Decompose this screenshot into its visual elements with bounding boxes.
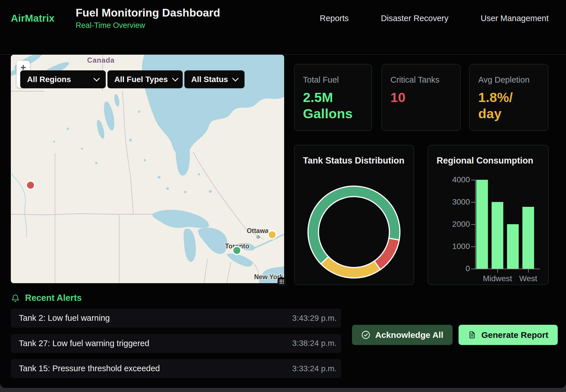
resize-grip[interactable]: [278, 277, 286, 286]
alert-timestamp: 3:33:24 p.m.: [292, 364, 337, 373]
x-axis-line: [473, 269, 540, 269]
alert-row[interactable]: Tank 27: Low fuel warning triggered3:38:…: [11, 334, 341, 353]
main-nav: ReportsDisaster RecoveryUser Management: [320, 14, 549, 23]
filter-dropdown-value: All Fuel Types: [114, 75, 168, 84]
filter-dropdown-value: All Regions: [27, 75, 71, 84]
nav-item-disaster-recovery[interactable]: Disaster Recovery: [381, 14, 449, 23]
y-tick-label: 1000: [439, 242, 470, 251]
stat-label: Avg Depletion: [478, 75, 539, 85]
alert-timestamp: 3:38:24 p.m.: [292, 339, 337, 348]
chevron-down-icon: [93, 75, 100, 82]
stat-value: 1.8%/ day: [478, 89, 539, 122]
alert-message: Tank 27: Low fuel warning triggered: [19, 339, 149, 348]
consumption-bar-West[interactable]: [522, 207, 534, 269]
filter-dropdown-all-fuel-types[interactable]: All Fuel Types: [107, 70, 183, 88]
stat-label: Critical Tanks: [390, 75, 452, 85]
dashboard-app: AirMatrix Fuel Monitoring Dashboard Real…: [0, 0, 566, 388]
y-tick-label: 2000: [439, 220, 470, 229]
y-tick-mark: [471, 180, 475, 180]
page-title: Fuel Monitoring Dashboard: [76, 7, 220, 19]
consumption-bar-region-3[interactable]: [507, 224, 519, 269]
y-tick-label: 0: [439, 264, 470, 273]
stat-card-avg-depletion: Avg Depletion1.8%/ day: [469, 64, 548, 131]
nav-item-user-management[interactable]: User Management: [481, 14, 549, 23]
acknowledge-all-button[interactable]: Acknowledge All: [352, 325, 453, 345]
regional-consumption-card: Regional Consumption 01000200030004000Mi…: [428, 145, 549, 285]
stat-card-total-fuel: Total Fuel2.5M Gallons: [294, 64, 372, 131]
bell-icon: [11, 294, 19, 302]
consumption-bar-Midwest[interactable]: [492, 202, 503, 269]
map-label-country: Canada: [87, 56, 115, 64]
consumption-bar-region-1[interactable]: [476, 180, 488, 269]
y-tick-label: 4000: [439, 175, 470, 184]
y-axis-line: [475, 180, 476, 269]
stat-label: Total Fuel: [303, 75, 363, 85]
tank-marker-warning[interactable]: [268, 231, 276, 239]
chevron-down-icon: [232, 75, 239, 82]
regional-consumption-title: Regional Consumption: [437, 156, 533, 166]
donut-segment-yellow[interactable]: [321, 257, 380, 278]
x-tick-label: West: [504, 274, 553, 283]
alerts-header: Recent Alerts: [11, 293, 82, 303]
stat-value: 10: [390, 89, 452, 105]
alerts-title: Recent Alerts: [25, 293, 82, 303]
y-tick-mark: [471, 224, 475, 225]
x-tick-mark: [528, 269, 529, 273]
chevron-down-icon: [172, 75, 178, 82]
nav-item-reports[interactable]: Reports: [320, 14, 349, 23]
fuel-map[interactable]: Canada OttawaTorontoNew York + − All Reg…: [11, 55, 284, 283]
y-tick-mark: [471, 269, 475, 269]
y-tick-mark: [471, 202, 475, 203]
filter-dropdown-all-status[interactable]: All Status: [184, 70, 245, 88]
alert-row[interactable]: Tank 2: Low fuel warning3:43:29 p.m.: [11, 309, 341, 328]
title-block: Fuel Monitoring Dashboard Real-Time Over…: [76, 7, 220, 30]
generate-report-button[interactable]: Generate Report: [459, 325, 558, 345]
tank-status-card: Tank Status Distribution: [294, 145, 414, 285]
donut-segment-red[interactable]: [374, 238, 399, 270]
map-label-ottawa: Ottawa: [247, 227, 269, 234]
y-tick-label: 3000: [439, 197, 470, 207]
generate-report-label: Generate Report: [481, 330, 548, 340]
brand-logo: AirMatrix: [11, 13, 55, 24]
stat-value: 2.5M Gallons: [303, 89, 363, 122]
tank-status-donut-chart[interactable]: [294, 145, 414, 285]
y-tick-mark: [471, 246, 475, 247]
filter-dropdown-all-regions[interactable]: All Regions: [20, 70, 106, 88]
page-subtitle: Real-Time Overview: [76, 21, 220, 30]
top-bar: AirMatrix Fuel Monitoring Dashboard Real…: [0, 0, 566, 36]
map-canvas[interactable]: Canada OttawaTorontoNew York: [11, 55, 284, 283]
check-circle-icon: [361, 330, 370, 339]
alert-row[interactable]: Tank 15: Pressure threshold exceeded3:33…: [11, 359, 341, 378]
acknowledge-all-label: Acknowledge All: [375, 330, 443, 340]
tank-marker-critical[interactable]: [27, 181, 35, 189]
tank-marker-normal[interactable]: [233, 246, 241, 255]
alert-message: Tank 2: Low fuel warning: [19, 313, 110, 323]
alert-timestamp: 3:43:29 p.m.: [292, 314, 337, 323]
report-document-icon: [468, 330, 476, 339]
x-tick-mark: [497, 269, 498, 273]
stat-card-critical-tanks: Critical Tanks10: [382, 64, 461, 131]
filter-dropdown-value: All Status: [191, 75, 228, 84]
alert-message: Tank 15: Pressure threshold exceeded: [19, 364, 160, 373]
